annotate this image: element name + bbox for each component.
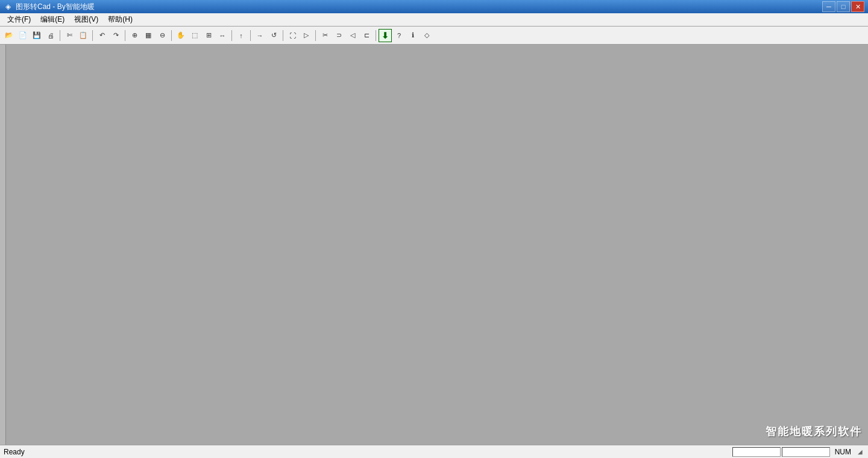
status-ready-text: Ready [4,448,52,456]
resize-grip-icon: ◢ [856,448,864,456]
toolbar-move-right[interactable]: → [253,29,266,42]
menu-view[interactable]: 视图(V) [69,13,103,26]
menu-bar: 文件(F) 编辑(E) 视图(V) 帮助(H) [0,13,868,27]
toolbar-cut[interactable]: ✄ [63,29,76,42]
toolbar-new[interactable]: 📄 [16,29,30,42]
close-button[interactable]: ✕ [851,1,864,12]
status-field-2 [782,447,830,457]
watermark: 智能地暖系列软件 [766,424,862,439]
toolbar-zoom-in[interactable]: ⊕ [128,29,141,42]
toolbar-print[interactable]: 🖨 [44,29,57,42]
toolbar-rotate[interactable]: ↺ [267,29,280,42]
toolbar-sep-7 [283,30,283,41]
toolbar-open[interactable]: 📂 [2,29,16,42]
toolbar-help-btn[interactable]: ? [392,29,406,42]
toolbar-move-up[interactable]: ↑ [234,29,248,42]
toolbar-zoom-out[interactable]: ⊖ [156,29,169,42]
toolbar-sep-5 [231,30,232,41]
toolbar-node[interactable]: ▷ [300,29,313,42]
toolbar-info[interactable]: ℹ [406,29,420,42]
toolbar-sep-9 [376,30,376,41]
toolbar-select[interactable]: ⛶ [286,29,299,42]
toolbar-sep-2 [92,30,93,41]
toolbar-undo[interactable]: ↶ [95,29,108,42]
toolbar-paste[interactable]: 📋 [77,29,90,42]
menu-edit[interactable]: 编辑(E) [36,13,69,26]
toolbar-trim[interactable]: ◁ [346,29,359,42]
toolbar-extend[interactable]: ⊃ [332,29,345,42]
toolbar-export[interactable]: ⬇ [379,29,392,42]
app-title: 图形转Cad - By智能地暖 [16,2,95,12]
toolbar-sep-3 [125,30,125,41]
status-field-1 [732,447,781,457]
maximize-button[interactable]: □ [837,1,850,12]
toolbar-annotation[interactable]: ◇ [420,29,433,42]
toolbar-pan[interactable]: ✋ [174,29,187,42]
menu-file[interactable]: 文件(F) [2,13,36,26]
toolbar-sep-1 [60,30,60,41]
title-controls: ─ □ ✕ [822,1,864,12]
toolbar-zoom-fit[interactable]: ▦ [142,29,155,42]
toolbar-sep-4 [171,30,172,41]
status-fields: NUM ◢ [732,447,864,457]
minimize-button[interactable]: ─ [822,1,835,12]
toolbar-select-box[interactable]: ⬚ [188,29,201,42]
toolbar-flip-h[interactable]: ↔ [216,29,229,42]
toolbar-sep-8 [315,30,316,41]
menu-help[interactable]: 帮助(H) [103,13,137,26]
toolbar: 📂 📄 💾 🖨 ✄ 📋 ↶ ↷ ⊕ ▦ ⊖ ✋ ⬚ ⊞ ↔ ↑ → ↺ ⛶ ▷ … [0,27,868,45]
toolbar-sep-6 [250,30,251,41]
left-ruler [0,45,6,445]
status-bar: Ready NUM ◢ [0,445,868,458]
toolbar-save[interactable]: 💾 [30,29,43,42]
canvas-area: 智能地暖系列软件 [0,45,868,445]
title-bar-left: ◈ 图形转Cad - By智能地暖 [4,2,95,12]
title-bar: ◈ 图形转Cad - By智能地暖 ─ □ ✕ [0,0,868,13]
app-icon: ◈ [4,2,12,11]
status-num-text: NUM [831,448,855,456]
toolbar-redo[interactable]: ↷ [109,29,122,42]
toolbar-offset[interactable]: ⊏ [360,29,373,42]
toolbar-view[interactable]: ⊞ [202,29,215,42]
toolbar-delete[interactable]: ✂ [318,29,332,42]
